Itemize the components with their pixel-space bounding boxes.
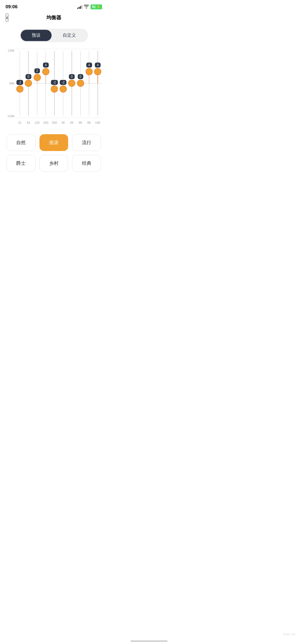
toggle-pill: 预设 自定义: [20, 29, 88, 42]
presets-row-1: 爵士乡村经典: [7, 155, 101, 172]
eq-band-63[interactable]: 0: [24, 49, 33, 118]
signal-icon: [77, 5, 82, 9]
back-button[interactable]: ‹: [6, 14, 9, 22]
eq-container: 12db 0db -12db -2024-2-20044 31631252505…: [0, 49, 108, 126]
eq-x-label-250: 250: [41, 119, 50, 126]
eq-x-label-16K: 16K: [94, 119, 102, 126]
status-icons: 91⚡: [77, 4, 102, 9]
eq-x-label-2K: 2K: [67, 119, 76, 126]
eq-x-label-8K: 8K: [85, 119, 93, 126]
status-time: 09:06: [6, 4, 17, 10]
eq-band-8K[interactable]: 4: [85, 49, 93, 118]
preset-btn-自然[interactable]: 自然: [7, 134, 36, 151]
eq-band-16K[interactable]: 4: [94, 49, 102, 118]
eq-band-2K[interactable]: 0: [67, 49, 76, 118]
eq-y-mid: 0db: [6, 82, 14, 85]
eq-y-labels: 12db 0db -12db: [6, 49, 14, 118]
eq-band-1K[interactable]: -2: [59, 49, 67, 118]
wifi-icon: [84, 5, 89, 9]
presets-row-0: 自然摇滚流行: [7, 134, 101, 151]
eq-x-label-4K: 4K: [76, 119, 85, 126]
eq-chart: 12db 0db -12db -2024-2-20044 31631252505…: [6, 49, 102, 126]
toggle-tabs: 预设 自定义: [0, 29, 108, 42]
custom-tab[interactable]: 自定义: [52, 30, 87, 41]
eq-y-top: 12db: [6, 49, 14, 52]
eq-band-250[interactable]: 4: [41, 49, 50, 118]
eq-band-4K[interactable]: 0: [76, 49, 85, 118]
eq-x-label-31: 31: [15, 119, 24, 126]
eq-sliders[interactable]: -2024-2-20044: [15, 49, 102, 118]
eq-band-500[interactable]: -2: [50, 49, 59, 118]
eq-x-label-1K: 1K: [59, 119, 67, 126]
status-bar: 09:06 91⚡: [0, 0, 108, 12]
preset-btn-摇滚[interactable]: 摇滚: [39, 134, 68, 151]
presets-container: 自然摇滚流行爵士乡村经典: [0, 134, 108, 172]
eq-y-bot: -12db: [6, 114, 14, 118]
eq-band-31[interactable]: -2: [15, 49, 24, 118]
eq-x-labels: 31631252505001K2K4K8K16K: [15, 119, 102, 126]
page-title: 均衡器: [46, 14, 61, 21]
preset-btn-爵士[interactable]: 爵士: [7, 155, 36, 172]
eq-x-label-63: 63: [24, 119, 33, 126]
preset-tab[interactable]: 预设: [21, 30, 52, 41]
eq-band-125[interactable]: 2: [33, 49, 41, 118]
eq-x-label-500: 500: [50, 119, 59, 126]
battery-indicator: 91⚡: [91, 4, 102, 9]
eq-x-label-125: 125: [33, 119, 41, 126]
nav-header: ‹ 均衡器: [0, 12, 108, 24]
preset-btn-乡村[interactable]: 乡村: [39, 155, 68, 172]
preset-btn-经典[interactable]: 经典: [72, 155, 101, 172]
preset-btn-流行[interactable]: 流行: [72, 134, 101, 151]
